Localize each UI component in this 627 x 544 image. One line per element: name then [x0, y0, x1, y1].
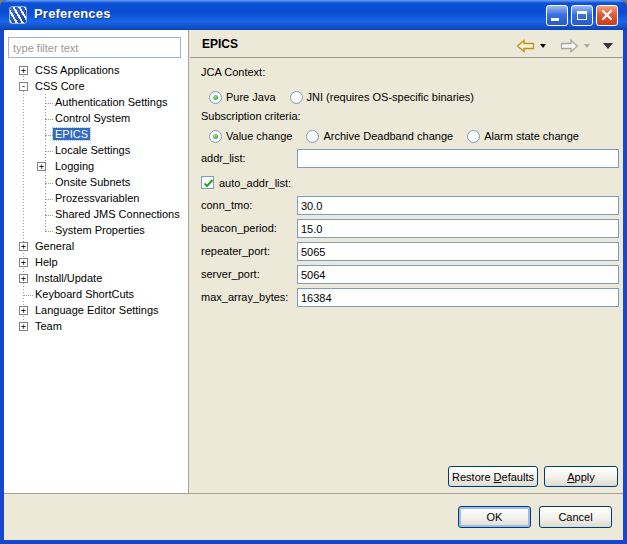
tree-item-install-update[interactable]: + Install/Update	[4, 271, 188, 287]
tree-item-control-system[interactable]: Control System	[4, 111, 188, 127]
tree-item-css-core[interactable]: - CSS Core	[4, 79, 188, 95]
filter-input[interactable]	[8, 37, 181, 58]
expand-icon[interactable]: +	[19, 258, 28, 267]
tree-item-locale-settings[interactable]: Locale Settings	[4, 143, 188, 159]
tree-item-keyboard-shortcuts[interactable]: Keyboard ShortCuts	[4, 287, 188, 303]
radio-jni[interactable]	[290, 91, 303, 104]
addr-list-label: addr_list:	[201, 152, 246, 164]
forward-menu-icon	[584, 44, 590, 48]
header-separator	[190, 57, 623, 58]
expand-icon[interactable]: +	[19, 274, 28, 283]
tree-item-logging[interactable]: + Logging	[4, 159, 188, 175]
conn-tmo-input[interactable]	[297, 196, 619, 215]
radio-pure-java[interactable]	[209, 91, 222, 104]
repeater-port-label: repeater_port:	[201, 245, 270, 257]
css-logo-icon	[9, 6, 27, 24]
preferences-dialog: Preferences + CSS Applications - CSS Cor…	[0, 0, 627, 544]
tree-item-system-properties[interactable]: System Properties	[4, 223, 188, 239]
forward-icon	[560, 39, 579, 53]
ok-button[interactable]: OK	[458, 506, 531, 528]
close-icon	[597, 6, 617, 25]
page-title: EPICS	[202, 37, 238, 51]
radio-alarm-state-change[interactable]	[467, 130, 480, 143]
window-title: Preferences	[34, 6, 111, 21]
epics-preference-page: EPICS JCA Context: Pure Java JNI (requir…	[190, 30, 623, 493]
expand-icon[interactable]: +	[19, 242, 28, 251]
auto-addr-list-checkbox[interactable]	[201, 176, 214, 189]
subscription-criteria-label: Subscription criteria:	[201, 110, 301, 122]
expand-icon[interactable]: +	[19, 66, 28, 75]
jca-context-label: JCA Context:	[201, 66, 265, 78]
tree-item-css-applications[interactable]: + CSS Applications	[4, 63, 188, 79]
max-array-bytes-input[interactable]	[297, 288, 619, 307]
server-port-input[interactable]	[297, 265, 619, 284]
radio-value-change[interactable]	[209, 130, 222, 143]
repeater-port-input[interactable]	[297, 242, 619, 261]
restore-defaults-button[interactable]: Restore Defaults	[448, 466, 538, 487]
collapse-icon[interactable]: -	[19, 82, 28, 91]
titlebar[interactable]: Preferences	[0, 0, 627, 30]
back-icon[interactable]	[516, 39, 535, 53]
dialog-button-bar: OK Cancel	[4, 493, 623, 540]
beacon-period-label: beacon_period:	[201, 222, 277, 234]
minimize-button[interactable]	[546, 5, 568, 26]
tree-item-team[interactable]: + Team	[4, 319, 188, 335]
dialog-content: + CSS Applications - CSS Core Authentica…	[4, 30, 623, 540]
server-port-label: server_port:	[201, 268, 260, 280]
auto-addr-list-label: auto_addr_list:	[219, 177, 291, 189]
tree-item-prozessvariablen[interactable]: Prozessvariablen	[4, 191, 188, 207]
tree-item-epics[interactable]: EPICS	[4, 127, 188, 143]
tree-item-onsite-subnets[interactable]: Onsite Subnets	[4, 175, 188, 191]
back-menu-icon[interactable]	[540, 44, 546, 48]
expand-icon[interactable]: +	[19, 322, 28, 331]
tree-item-shared-jms-connections[interactable]: Shared JMS Connections	[4, 207, 188, 223]
max-array-bytes-label: max_array_bytes:	[201, 291, 288, 303]
addr-list-input[interactable]	[297, 149, 619, 168]
tree-item-authentication-settings[interactable]: Authentication Settings	[4, 95, 188, 111]
close-button[interactable]	[596, 5, 618, 26]
view-menu-icon[interactable]	[603, 43, 613, 49]
beacon-period-input[interactable]	[297, 219, 619, 238]
cancel-button[interactable]: Cancel	[539, 506, 612, 528]
maximize-icon	[577, 11, 587, 20]
tree-item-help[interactable]: + Help	[4, 255, 188, 271]
minimize-icon	[551, 18, 559, 21]
tree-item-language-editor-settings[interactable]: + Language Editor Settings	[4, 303, 188, 319]
expand-icon[interactable]: +	[19, 306, 28, 315]
preference-tree-panel: + CSS Applications - CSS Core Authentica…	[4, 30, 189, 493]
radio-archive-deadband-change[interactable]	[306, 130, 319, 143]
tree-item-general[interactable]: + General	[4, 239, 188, 255]
apply-button[interactable]: Apply	[544, 466, 618, 487]
expand-icon[interactable]: +	[37, 162, 46, 171]
conn-tmo-label: conn_tmo:	[201, 199, 252, 211]
checkmark-icon	[203, 178, 214, 189]
maximize-button[interactable]	[571, 5, 593, 26]
